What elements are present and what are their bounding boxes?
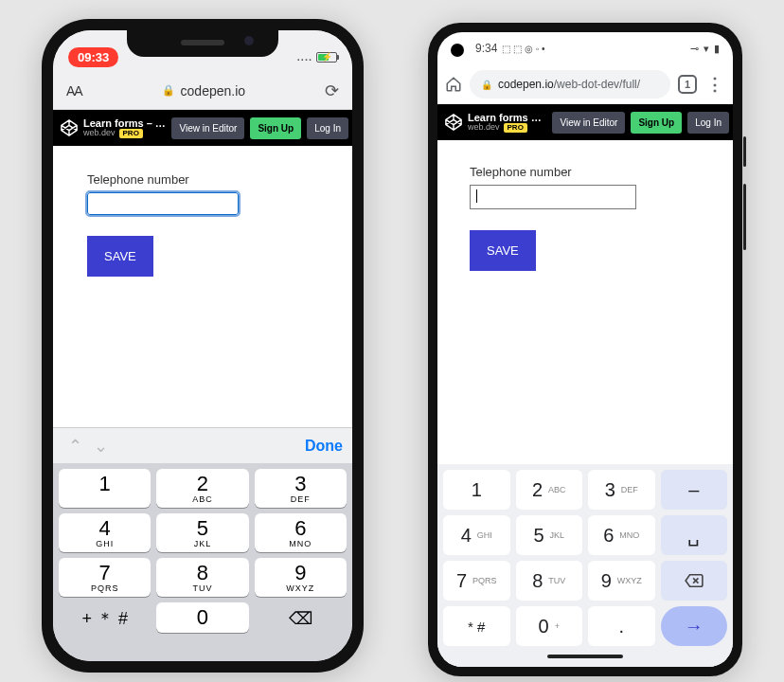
view-in-editor-button[interactable]: View in Editor [171,117,244,139]
android-frame: 9:34 ⬚ ⬚ ◎ ◦ • ⊸ ▾ ▮ 🔒 codepen.io/web-do… [428,23,742,676]
safari-address-bar[interactable]: AA 🔒 codepen.io ⟳ [53,72,352,110]
keyboard-done-button[interactable]: Done [305,438,343,455]
android-screen: 9:34 ⬚ ⬚ ◎ ◦ • ⊸ ▾ ▮ 🔒 codepen.io/web-do… [437,32,733,667]
key-backspace-icon[interactable]: ⌫ [255,602,347,633]
ios-battery: .... ⚡ [297,51,337,63]
key-7[interactable]: 7PQRS [59,558,151,597]
key-9[interactable]: 9WXYZ [255,558,347,597]
view-in-editor-button[interactable]: View in Editor [552,112,625,134]
url-host: codepen.io [498,78,554,91]
page-content: Telephone number SAVE [437,140,733,464]
page-content: Telephone number SAVE [53,146,352,427]
battery-icon: ⚡ [316,52,337,63]
signup-button[interactable]: Sign Up [250,117,301,139]
key-8[interactable]: 8TUV [516,561,583,601]
pro-badge: PRO [119,129,143,139]
telephone-input[interactable] [470,185,636,209]
reload-icon[interactable]: ⟳ [325,81,339,101]
ios-time-pill[interactable]: 09:33 [68,47,118,67]
key-6[interactable]: 6MNO [588,515,655,555]
pen-title: Learn forms – virt… [468,112,546,123]
key-3[interactable]: 3DEF [588,470,655,510]
pen-title: Learn forms – virt… [83,117,166,129]
codepen-logo-icon [61,119,78,136]
key-7[interactable]: 7PQRS [443,561,510,601]
key-space[interactable]: ␣ [661,515,728,555]
key-6[interactable]: 6MNO [255,513,347,552]
login-button[interactable]: Log In [687,112,729,134]
safari-host: codepen.io [181,83,246,99]
chrome-address-bar[interactable]: 🔒 codepen.io/web-dot-dev/full/ [470,70,670,99]
pen-author: web.dev [83,129,116,138]
home-icon[interactable] [445,76,462,93]
tab-switcher-button[interactable]: 1 [678,75,697,94]
key-star-hash[interactable]: * # [443,606,510,646]
prev-field-icon[interactable]: ⌃ [62,436,88,457]
keyboard-accessory-bar: ⌃ ⌄ Done [53,427,352,463]
status-icons-left: ⬚ ⬚ ◎ ◦ • [502,44,544,54]
chrome-toolbar: 🔒 codepen.io/web-dot-dev/full/ 1 ⋮ [437,64,733,104]
telephone-label: Telephone number [87,172,318,187]
key-4[interactable]: 4GHI [443,515,510,555]
android-numeric-keypad: 1 2ABC 3DEF – 4GHI 5JKL 6MNO ␣ 7PQRS 8TU… [437,464,733,667]
key-dash[interactable]: – [661,470,728,510]
iphone-screen: 09:33 .... ⚡ AA 🔒 codepen.io ⟳ [53,30,352,661]
chrome-menu-icon[interactable]: ⋮ [704,74,725,95]
vpn-icon: ⊸ [690,43,699,55]
key-9[interactable]: 9WXYZ [588,561,655,601]
pen-author: web.dev [468,123,500,133]
pro-badge: PRO [504,123,527,134]
codepen-logo-icon [445,114,462,131]
key-enter-icon[interactable]: → [661,606,728,646]
signup-button[interactable]: Sign Up [631,112,682,134]
wifi-icon: ▾ [704,43,709,55]
status-icons-right: ⊸ ▾ ▮ [690,43,720,55]
next-field-icon[interactable]: ⌄ [88,436,114,457]
key-0[interactable]: 0+ [516,606,583,646]
key-1[interactable]: 1 [443,470,510,510]
iphone-notch [127,30,278,57]
lock-icon: 🔒 [481,80,492,90]
telephone-input[interactable] [87,192,239,215]
key-1[interactable]: 1 [59,469,151,508]
key-5[interactable]: 5JKL [156,513,248,552]
key-backspace-icon[interactable] [661,561,728,601]
iphone-frame: 09:33 .... ⚡ AA 🔒 codepen.io ⟳ [42,19,364,673]
lightning-icon: ⚡ [322,52,332,62]
lock-icon: 🔒 [162,84,175,97]
android-time: 9:34 [475,42,497,55]
login-button[interactable]: Log In [307,117,348,139]
key-8[interactable]: 8TUV [156,558,248,597]
save-button[interactable]: SAVE [470,230,536,271]
backspace-icon [684,573,704,588]
key-4[interactable]: 4GHI [59,513,151,552]
text-size-button[interactable]: AA [66,83,82,99]
codepen-header: Learn forms – virt… web.dev PRO View in … [437,104,733,140]
key-symbols[interactable]: + ＊ # [59,602,151,633]
telephone-label: Telephone number [470,165,701,179]
key-2[interactable]: 2ABC [156,469,248,508]
android-nav-handle[interactable] [443,646,727,667]
key-3[interactable]: 3DEF [255,469,347,508]
key-5[interactable]: 5JKL [516,515,583,555]
ios-signal-dots: .... [297,51,312,63]
key-0[interactable]: 0 [156,602,248,633]
front-camera-icon [451,44,464,57]
battery-icon: ▮ [714,43,720,55]
save-button[interactable]: SAVE [87,236,153,277]
android-status-bar: 9:34 ⬚ ⬚ ◎ ◦ • ⊸ ▾ ▮ [437,32,733,64]
key-2[interactable]: 2ABC [516,470,583,510]
url-path: /web-dot-dev/full/ [554,78,640,91]
codepen-header: Learn forms – virt… web.dev PRO View in … [53,110,352,146]
key-period[interactable]: . [588,606,655,646]
ios-numeric-keypad: 1 2ABC 3DEF 4GHI 5JKL 6MNO 7PQRS 8TUV 9W… [53,463,352,661]
